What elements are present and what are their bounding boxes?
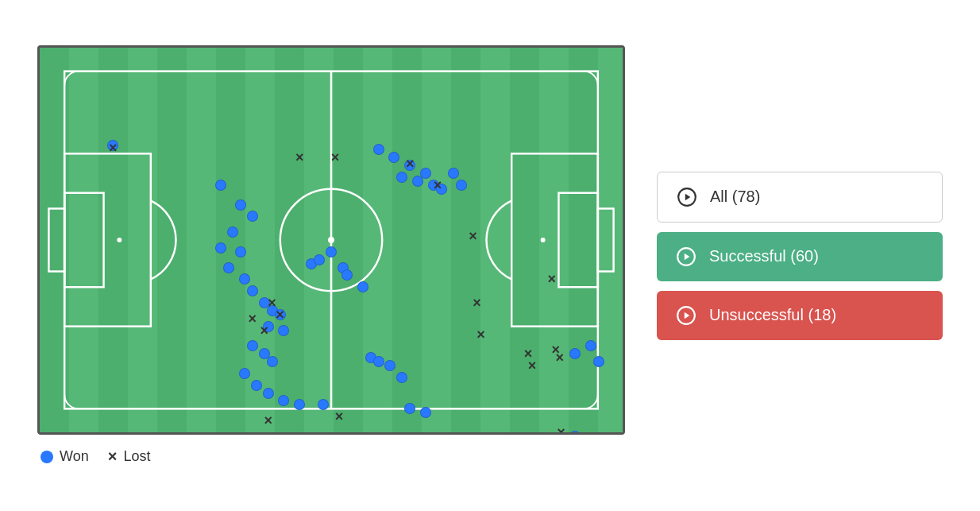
svg-point-11 xyxy=(541,238,546,242)
svg-rect-9 xyxy=(558,193,597,288)
filter-successful-button[interactable]: Successful (60) xyxy=(657,232,943,281)
legend-won: Won xyxy=(41,448,89,465)
svg-rect-8 xyxy=(511,153,598,326)
svg-rect-5 xyxy=(64,193,103,288)
pitch-wrapper: ××××××××××××××××××××× Won × Lost xyxy=(37,45,625,466)
play-icon xyxy=(677,187,697,207)
svg-marker-13 xyxy=(685,193,691,200)
play-successful-icon xyxy=(676,246,696,267)
svg-marker-17 xyxy=(685,312,690,319)
pitch-container: ××××××××××××××××××××× xyxy=(37,45,625,435)
svg-rect-10 xyxy=(598,208,614,271)
filter-unsuccessful-button[interactable]: Unsuccessful (18) xyxy=(657,291,943,340)
won-label: Won xyxy=(60,448,89,465)
pitch-lines xyxy=(40,48,623,432)
filter-all-button[interactable]: All (78) xyxy=(657,172,943,223)
svg-rect-4 xyxy=(64,153,151,326)
legend-lost: × Lost xyxy=(108,447,151,466)
svg-point-3 xyxy=(328,237,334,243)
won-dot xyxy=(41,451,53,463)
lost-label: Lost xyxy=(123,448,150,465)
svg-point-7 xyxy=(117,238,122,242)
svg-rect-6 xyxy=(48,208,64,271)
lost-cross: × xyxy=(108,447,118,466)
main-container: ××××××××××××××××××××× Won × Lost All (78… xyxy=(14,21,966,490)
play-unsuccessful-icon xyxy=(676,305,696,326)
right-panel: All (78) Successful (60) Unsuccessful (1… xyxy=(657,172,943,340)
filter-successful-label: Successful (60) xyxy=(709,247,819,265)
legend: Won × Lost xyxy=(37,447,625,466)
filter-all-label: All (78) xyxy=(710,188,760,206)
filter-unsuccessful-label: Unsuccessful (18) xyxy=(709,306,836,324)
svg-marker-15 xyxy=(685,253,690,260)
